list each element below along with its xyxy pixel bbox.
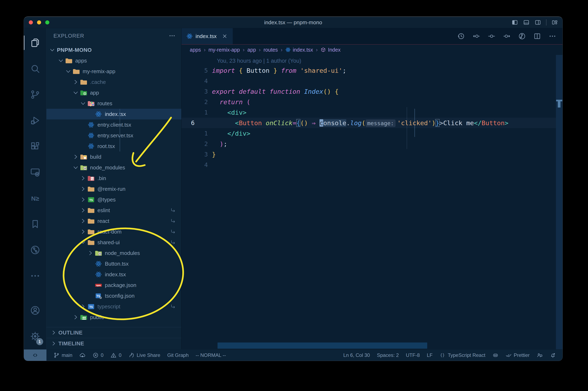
tree-item-node-modules[interactable]: JSnode_modules [46,162,181,173]
explorer-more-actions-icon[interactable] [169,32,176,39]
tree-item-root-tsx[interactable]: root.tsx [46,141,181,152]
run-debug-activity-button[interactable] [24,107,46,133]
code-line[interactable]: 1 <div> [182,107,563,118]
chevron-right-icon[interactable] [80,186,86,192]
minimize-button[interactable] [37,20,41,24]
status-notifications[interactable] [550,352,556,358]
code-line[interactable]: 6 <Button onClick={() ⇒ console.log(mess… [182,118,563,128]
code-editor[interactable]: You, 23 hours ago | 1 author (You) 5impo… [182,55,563,349]
tree-item-node-modules[interactable]: JSnode_modules [46,248,181,258]
status-git-graph[interactable]: Git Graph [167,352,189,358]
timeline-history-button[interactable] [457,32,465,40]
tree-item-button-tsx[interactable]: Button.tsx [46,258,181,269]
tree-item-apps[interactable]: apps [46,55,181,66]
status-publish[interactable] [79,352,86,358]
chevron-down-icon[interactable] [58,57,64,64]
chevron-down-icon[interactable] [72,164,79,171]
vertical-scrollbar[interactable] [556,55,563,349]
chevron-right-icon[interactable] [80,218,86,224]
horizontal-scrollbar[interactable] [217,342,427,349]
tree-item--remix-run[interactable]: @remix-run [46,184,181,194]
breadcrumb-item-routes[interactable]: routes [264,47,278,53]
tree-item-index-tsx[interactable]: index.tsx [46,269,181,280]
status-cursor-position[interactable]: Ln 6, Col 30 [343,352,370,358]
gitlens-graph-button[interactable] [518,32,526,40]
settings-gear-activity-button[interactable]: 1 [24,323,46,349]
project-section-header[interactable]: PNPM-MONO [46,45,181,55]
more-actions-button[interactable] [549,32,556,40]
search-activity-button[interactable] [24,56,46,82]
more-actions-activity-button[interactable] [24,263,46,289]
code-line[interactable]: 5import { Button } from 'shared-ui'; [182,65,563,76]
close-icon[interactable] [222,33,228,39]
code-line[interactable]: 3} [182,149,563,160]
chevron-right-icon[interactable] [72,314,79,320]
breadcrumb-item-index[interactable]: Index [320,47,340,53]
status-errors[interactable]: 0 [93,352,103,358]
tree-item-index-tsx[interactable]: index.tsx [46,109,181,119]
code-line[interactable]: 4 [182,160,563,170]
timeline-section[interactable]: TIMELINE [46,338,181,349]
chevron-right-icon[interactable] [72,79,79,85]
tab-index-tsx[interactable]: index.tsx [182,28,233,44]
tree-item-shared-ui[interactable]: shared-ui [46,237,181,248]
status-vim-mode[interactable]: -- NORMAL -- [196,352,226,358]
toggle-panel-button[interactable] [523,19,530,26]
gitlens-activity-button[interactable] [24,237,46,263]
chevron-down-icon[interactable] [65,68,72,75]
customize-layout-button[interactable] [551,19,558,26]
gitlens-change-button[interactable] [488,32,495,40]
breadcrumb-item-app[interactable]: app [247,47,256,53]
breadcrumb-item-index-tsx[interactable]: index.tsx [285,47,313,53]
tree-item-public[interactable]: public [46,312,181,322]
tree-item-routes[interactable]: routes [46,98,181,109]
source-control-activity-button[interactable] [24,82,46,107]
chevron-right-icon[interactable] [80,207,86,214]
tree-item-app[interactable]: app [46,87,181,98]
outline-section[interactable]: OUTLINE [46,327,181,338]
toggle-primary-sidebar-button[interactable] [511,19,518,26]
status-eol[interactable]: LF [427,352,433,358]
zoom-button[interactable] [45,20,49,24]
extensions-activity-button[interactable] [24,133,46,159]
bookmarks-activity-button[interactable] [24,211,46,237]
tree-item-tsconfig-json[interactable]: TStsconfig.json [46,291,181,301]
code-line[interactable]: 4 [182,76,563,86]
status-branch[interactable]: main [53,352,72,358]
chevron-down-icon[interactable] [80,239,86,246]
remote-indicator[interactable] [24,349,46,361]
tree-item-react[interactable]: react [46,216,181,226]
tree-item-eslint[interactable]: eslint [46,205,181,216]
status-feedback[interactable] [537,352,543,358]
status-language-mode[interactable]: {}TypeScript React [440,352,486,358]
tree-item-build[interactable]: build [46,152,181,162]
code-line[interactable]: 2 return ( [182,97,563,107]
code-line[interactable]: 2 ); [182,139,563,149]
status-prettier[interactable]: Prettier [505,352,530,358]
code-line[interactable]: 1 </div> [182,128,563,139]
remote-explorer-activity-button[interactable] [24,159,46,185]
chevron-right-icon[interactable] [80,196,86,203]
split-editor-button[interactable] [533,32,541,40]
chevron-right-icon[interactable] [87,250,94,256]
tree-item--bin[interactable]: 0110.bin [46,173,181,184]
chevron-down-icon[interactable] [72,90,79,96]
chevron-down-icon[interactable] [80,100,86,107]
status-live-share[interactable]: Live Share [128,352,160,358]
tree-item-entry-client-tsx[interactable]: entry.client.tsx [46,119,181,130]
tree-item-package-json[interactable]: npmpackage.json [46,280,181,291]
tree-item-typescript[interactable]: TStypescript [46,301,181,312]
status-warnings[interactable]: 0 [110,352,121,358]
gitlens-next-change-button[interactable] [503,32,511,40]
tree-item-my-remix-app[interactable]: my-remix-app [46,66,181,77]
chevron-right-icon[interactable] [80,228,86,235]
files-activity-button[interactable] [24,30,46,56]
status-encoding[interactable]: UTF-8 [406,352,420,358]
breadcrumb-item-my-remix-app[interactable]: my-remix-app [208,47,240,53]
tree-item-entry-server-tsx[interactable]: entry.server.tsx [46,130,181,141]
chevron-right-icon[interactable] [72,154,79,160]
tree-item--types[interactable]: TS@types [46,194,181,205]
nx-console-activity-button[interactable]: N≥ [24,185,46,211]
code-line[interactable]: 3export default function Index() { [182,86,563,97]
tree-item-react-dom[interactable]: react-dom [46,226,181,237]
